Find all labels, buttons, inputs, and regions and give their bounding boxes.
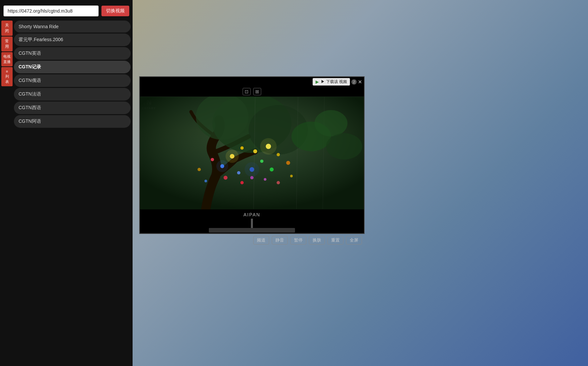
close-player-button[interactable]: ✕ [358,79,362,85]
channel-item-7[interactable]: CGTN西语 [14,102,131,114]
switch-video-button[interactable]: 切换视频 [101,6,129,16]
sidebar: https://0472.org/hls/cgtnd.m3u8 切换视频 关 闭… [0,0,133,366]
channel-item-8[interactable]: CGTN阿语 [14,115,131,128]
aipan-label: AIPAN [244,211,261,219]
pip-button[interactable]: ⊞ [253,88,261,95]
channel-item-5[interactable]: CGTN俄语 [14,74,131,87]
video-top-bar: ▶ ▶ 下载该 视频 2 ✕ [140,77,364,87]
svg-point-22 [205,180,207,183]
svg-point-15 [260,160,264,163]
video-outer: ▶ ▶ 下载该 视频 2 ✕ ⊡ ⊞ TN ENTARY [139,76,365,247]
url-bar-row: https://0472.org/hls/cgtnd.m3u8 切换视频 [0,3,133,19]
svg-point-25 [260,138,277,155]
download-video-button[interactable]: ▶ ▶ 下载该 视频 [313,78,350,86]
svg-point-26 [216,160,228,172]
svg-point-16 [270,168,274,172]
svg-point-33 [326,133,362,160]
svg-point-23 [277,181,280,184]
skin-button[interactable]: 换肤 [309,236,325,245]
tv-base [209,228,295,233]
download-icon: ▶ [316,79,319,84]
common-icon-button[interactable]: 常 用 [1,37,13,52]
icon-column: 关 闭 常 用 电视 直播 ≡ 列 表 [0,19,14,363]
reset-button[interactable]: 重置 [327,236,343,245]
channel-list: Shorty Wanna Ride 霍元甲.Fearless.2006 CGTN… [14,19,133,363]
freq-button[interactable]: 频道 [253,236,269,245]
playlist-icon-button[interactable]: ≡ 列 表 [1,67,13,86]
channel-item-3[interactable]: CGTN英语 [14,47,131,60]
channel-item-2[interactable]: 霍元甲.Fearless.2006 [14,34,131,46]
tv-neck [251,219,253,228]
svg-point-21 [290,175,293,178]
svg-point-18 [264,178,266,181]
svg-point-20 [286,161,290,165]
sidebar-content: 关 闭 常 用 电视 直播 ≡ 列 表 Shorty Wanna Ride 霍元… [0,19,133,363]
svg-point-5 [240,146,244,150]
svg-point-6 [253,149,257,153]
channel-item-1[interactable]: Shorty Wanna Ride [14,21,131,33]
video-screen: TN ENTARY [140,97,364,209]
svg-point-19 [198,168,201,171]
close-icon-button[interactable]: 关 闭 [1,21,13,36]
svg-point-10 [237,171,240,175]
svg-point-14 [240,181,244,184]
badge-count: 2 [351,79,357,85]
pause-button[interactable]: 暂停 [290,236,306,245]
svg-point-8 [277,153,280,156]
video-content-svg [140,97,364,209]
video-container: ▶ ▶ 下载该 视频 2 ✕ ⊡ ⊞ TN ENTARY [139,76,365,234]
main-area: ▶ ▶ 下载该 视频 2 ✕ ⊡ ⊞ TN ENTARY [133,0,588,366]
svg-point-13 [224,176,228,180]
video-footer: 频道 静音 暂停 换肤 重置 全屏 [139,234,365,247]
download-btn-label: ▶ 下载该 视频 [321,79,347,85]
video-background: TN ENTARY [140,97,364,209]
video-bottom-bar: AIPAN [140,209,364,233]
mute-button[interactable]: 静音 [272,236,288,245]
svg-point-24 [225,150,239,163]
svg-point-12 [211,158,214,161]
svg-point-32 [315,110,347,137]
tv-icon-button[interactable]: 电视 直播 [1,52,13,66]
svg-point-27 [245,162,259,177]
aspect-ratio-button[interactable]: ⊡ [243,88,251,95]
url-input[interactable]: https://0472.org/hls/cgtnd.m3u8 [3,5,99,17]
channel-item-6[interactable]: CGTN法语 [14,88,131,101]
video-controls-row: ⊡ ⊞ [140,87,364,97]
tv-stand [209,219,295,233]
fullscreen-button[interactable]: 全屏 [346,236,362,245]
channel-item-4[interactable]: CGTN记录 [14,61,131,73]
